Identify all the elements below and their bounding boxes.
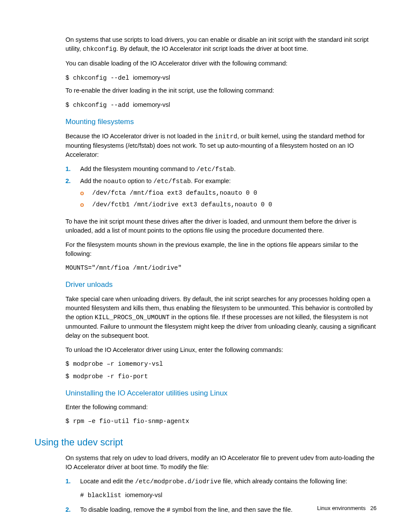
- step-number: 2.: [65, 177, 80, 212]
- heading-driver-unloads: Driver unloads: [65, 280, 377, 290]
- udev-para-1: On systems that rely on udev to load dri…: [65, 454, 377, 472]
- list-item: o /dev/fcta /mnt/fioa ext3 defaults,noau…: [80, 189, 377, 198]
- step-number: 1.: [65, 165, 80, 174]
- code-arg: iomemory-vsl: [125, 492, 162, 498]
- intro-para-1: On systems that use scripts to load driv…: [65, 35, 377, 54]
- mounting-steps: 1. Add the filesystem mounting command t…: [65, 165, 377, 212]
- intro-para-3: To re-enable the driver loading in the i…: [65, 86, 377, 95]
- uninstall-para-1: Enter the following command:: [65, 403, 377, 412]
- text: . By default, the IO Accelerator init sc…: [116, 45, 308, 52]
- text: .: [234, 165, 236, 172]
- step-body: Locate and edit the /etc/modprobe.d/iodr…: [80, 477, 377, 503]
- command-line: $ rpm –e fio-util fio-snmp-agentx: [65, 417, 377, 426]
- text: symbol from the line, and then save the …: [170, 506, 293, 513]
- list-item: 1. Locate and edit the /etc/modprobe.d/i…: [65, 477, 377, 503]
- bullet-icon: o: [80, 189, 92, 198]
- cmd-arg: iomemory-vsl: [133, 101, 170, 108]
- step-body: Add the filesystem mounting command to /…: [80, 165, 377, 174]
- step-body: Add the noauto option to /etc/fstab. For…: [80, 177, 377, 212]
- cmd-prefix: $ chkconfig --del: [65, 75, 133, 81]
- example-code: /dev/fctb1 /mnt/iodrive ext3 defaults,no…: [92, 200, 377, 209]
- step-number: 1.: [65, 477, 80, 503]
- mounting-para-3: For the filesystem mounts shown in the p…: [65, 240, 377, 258]
- command-line: $ chkconfig --add iomemory-vsl: [65, 100, 377, 110]
- bullet-icon: o: [80, 200, 92, 209]
- text: Locate and edit the: [80, 478, 135, 485]
- text: To disable loading, remove the: [80, 506, 167, 513]
- example-list: o /dev/fcta /mnt/fioa ext3 defaults,noau…: [80, 189, 377, 209]
- text: option to: [126, 177, 153, 184]
- cmd-arg: iomemory-vsl: [133, 74, 170, 81]
- list-item: o /dev/fctb1 /mnt/iodrive ext3 defaults,…: [80, 200, 377, 209]
- text: Add the: [80, 177, 103, 184]
- example-code: /dev/fcta /mnt/fioa ext3 defaults,noauto…: [92, 189, 377, 198]
- page-number: 26: [371, 505, 377, 511]
- mounting-para-1: Because the IO Accelerator driver is not…: [65, 132, 377, 159]
- heading-uninstalling: Uninstalling the IO Accelerator utilitie…: [65, 388, 377, 399]
- page-footer: Linux environments 26: [317, 504, 377, 513]
- content-body: On systems that use scripts to load driv…: [65, 35, 377, 426]
- list-item: 2. Add the noauto option to /etc/fstab. …: [65, 177, 377, 212]
- code-inline: noauto: [103, 178, 126, 185]
- footer-section: Linux environments: [317, 505, 366, 511]
- unloads-para-1: Take special care when unloading drivers…: [65, 295, 377, 340]
- list-item: 1. Add the filesystem mounting command t…: [65, 165, 377, 174]
- step-number: 2.: [65, 505, 80, 515]
- text: Because the IO Accelerator driver is not…: [65, 133, 215, 140]
- unloads-para-2: To unload the IO Accelerator driver usin…: [65, 345, 377, 355]
- blacklist-line: # blacklist iomemory-vsl: [80, 491, 377, 500]
- heading-mounting-filesystems: Mounting filesystems: [65, 117, 377, 128]
- command-line: $ modprobe –r iomemory-vsl: [65, 360, 377, 369]
- code-prefix: # blacklist: [80, 492, 125, 499]
- heading-udev-script: Using the udev script: [34, 436, 377, 449]
- text: . For example:: [191, 177, 231, 184]
- command-line: $ chkconfig --del iomemory-vsl: [65, 73, 377, 83]
- text: file, which already contains the followi…: [221, 478, 348, 485]
- code-inline: /etc/fstab: [153, 178, 191, 185]
- text: Add the filesystem mounting command to: [80, 165, 196, 172]
- code-inline: chkconfig: [83, 46, 116, 53]
- command-line: MOUNTS="/mnt/fioa /mnt/iodrive": [65, 264, 377, 273]
- code-inline: /etc/fstab: [196, 166, 234, 173]
- command-line: $ modprobe -r fio-port: [65, 372, 377, 381]
- code-inline: KILL_PROCS_ON_UMOUNT: [95, 314, 170, 321]
- code-inline: /etc/modprobe.d/iodrive: [135, 478, 221, 485]
- intro-para-2: You can disable loading of the IO Accele…: [65, 59, 377, 68]
- code-inline: initrd: [215, 133, 237, 140]
- mounting-para-2: To have the init script mount these driv…: [65, 217, 377, 235]
- cmd-prefix: $ chkconfig --add: [65, 102, 133, 109]
